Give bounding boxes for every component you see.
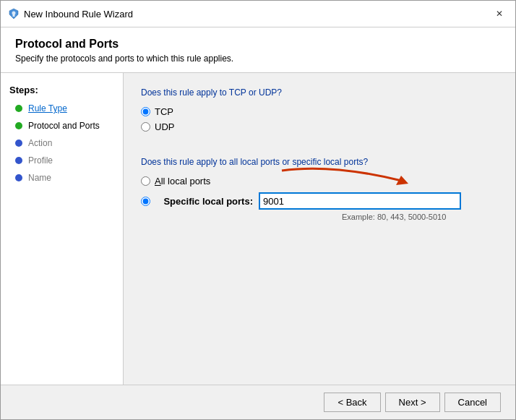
steps-label: Steps: xyxy=(1,80,123,100)
all-ports-text: All local ports xyxy=(155,176,210,187)
back-button[interactable]: < Back xyxy=(324,393,380,412)
sidebar: Steps: Rule Type Protocol and Ports Acti… xyxy=(1,73,124,385)
content-inner: Does this rule apply to TCP or UDP? TCP … xyxy=(141,87,498,221)
page-title: Protocol and Ports xyxy=(15,38,501,51)
sidebar-item-profile: Profile xyxy=(1,152,123,169)
all-ports-label: All local ports xyxy=(155,176,210,187)
svg-rect-2 xyxy=(13,14,15,17)
sidebar-item-label: Profile xyxy=(28,155,53,166)
tcp-radio-row: TCP xyxy=(141,106,498,117)
ports-question: Does this rule apply to all local ports … xyxy=(141,157,498,167)
sidebar-item-rule-type[interactable]: Rule Type xyxy=(1,100,123,117)
sidebar-item-protocol-ports[interactable]: Protocol and Ports xyxy=(1,117,123,134)
shield-icon xyxy=(8,8,20,20)
content-area: Does this rule apply to TCP or UDP? TCP … xyxy=(124,73,515,385)
step-dot-protocol xyxy=(15,122,22,129)
sidebar-item-label: Action xyxy=(28,138,52,148)
header-section: Protocol and Ports Specify the protocols… xyxy=(1,27,515,73)
tcp-radio[interactable] xyxy=(141,107,150,116)
tcp-udp-radio-group: TCP UDP xyxy=(141,106,498,132)
svg-point-1 xyxy=(12,12,16,15)
cancel-button[interactable]: Cancel xyxy=(444,393,501,412)
sidebar-item-name: Name xyxy=(1,169,123,187)
ports-radio-group: All local ports Specific local ports: Ex… xyxy=(141,176,498,221)
sidebar-item-action: Action xyxy=(1,134,123,152)
step-dot-rule-type xyxy=(15,105,22,112)
sidebar-item-label: Protocol and Ports xyxy=(28,121,100,131)
main-content: Steps: Rule Type Protocol and Ports Acti… xyxy=(1,73,515,385)
next-button[interactable]: Next > xyxy=(385,393,440,412)
udp-label: UDP xyxy=(155,121,174,132)
udp-radio-row: UDP xyxy=(141,121,498,132)
sidebar-item-label: Name xyxy=(28,173,51,183)
specific-ports-input[interactable] xyxy=(259,192,461,210)
step-dot-profile xyxy=(15,157,22,164)
step-dot-action xyxy=(15,140,22,147)
specific-ports-row: Specific local ports: xyxy=(141,192,498,210)
page-subtitle: Specify the protocols and ports to which… xyxy=(15,53,501,64)
close-button[interactable]: ✕ xyxy=(491,5,508,22)
specific-ports-label-text: Specific local ports: xyxy=(163,196,253,207)
example-text: Example: 80, 443, 5000-5010 xyxy=(342,213,498,221)
dialog-window: New Inbound Rule Wizard ✕ Protocol and P… xyxy=(0,0,516,420)
title-bar: New Inbound Rule Wizard ✕ xyxy=(1,1,515,27)
sidebar-item-label: Rule Type xyxy=(28,103,67,113)
divider xyxy=(141,147,498,157)
specific-ports-radio[interactable] xyxy=(141,197,150,206)
specific-ports-label: Specific local ports: xyxy=(159,196,253,207)
all-ports-radio[interactable] xyxy=(141,176,150,186)
title-text: New Inbound Rule Wizard xyxy=(24,9,133,20)
all-ports-row: All local ports xyxy=(141,176,498,187)
tcp-udp-question: Does this rule apply to TCP or UDP? xyxy=(141,87,498,98)
udp-radio[interactable] xyxy=(141,122,150,132)
title-bar-left: New Inbound Rule Wizard xyxy=(8,8,133,20)
step-dot-name xyxy=(15,174,22,181)
tcp-label: TCP xyxy=(155,106,173,117)
footer: < Back Next > Cancel xyxy=(1,385,515,419)
